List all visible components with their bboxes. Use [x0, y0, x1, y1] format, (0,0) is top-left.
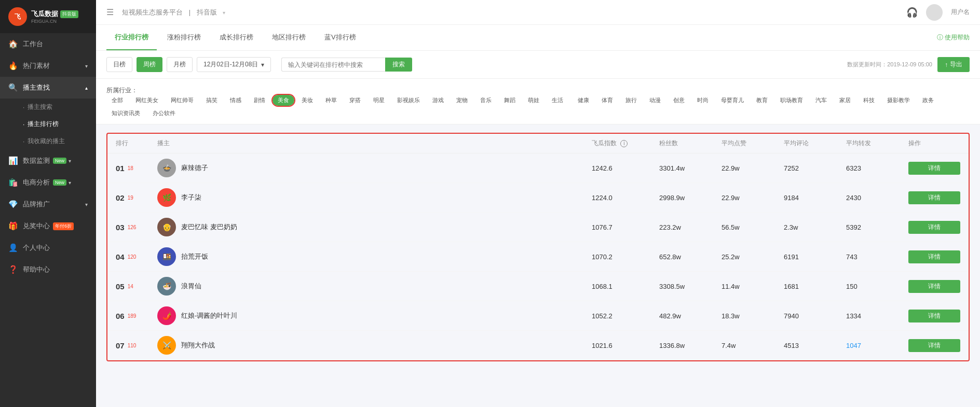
tag-jiankang[interactable]: 健康 — [573, 95, 594, 106]
sidebar-item-streamer-search[interactable]: 🔍 播主查找 ▴ — [0, 77, 96, 99]
tag-zhishizixun[interactable]: 知识资讯类 — [106, 108, 145, 119]
tag-qinggan[interactable]: 情感 — [225, 95, 247, 106]
detail-button[interactable]: 详情 — [908, 191, 960, 204]
tag-wudao[interactable]: 舞蹈 — [499, 95, 521, 106]
avatar: 🍜 — [157, 277, 176, 296]
tag-meizhuang[interactable]: 美妆 — [296, 95, 318, 106]
sidebar-item-data-monitor[interactable]: 📊 数据监测 New ▾ — [0, 150, 96, 172]
logo-sub: FEIGUA.CN — [31, 19, 78, 24]
headphone-icon[interactable]: 🎧 — [906, 7, 918, 18]
avg-likes: 56.5w — [722, 223, 784, 231]
detail-button[interactable]: 详情 — [908, 310, 960, 322]
sidebar-sub-streamer-rank[interactable]: 播主排行榜 — [0, 116, 96, 133]
tag-qiche[interactable]: 汽车 — [810, 95, 832, 106]
col-feigua: 飞瓜指数 i — [592, 139, 659, 148]
detail-button[interactable]: 详情 — [908, 250, 960, 263]
sidebar-sub-streamer-find[interactable]: 播主搜索 — [0, 99, 96, 116]
tab-region[interactable]: 地区排行榜 — [264, 25, 314, 50]
streamer-name[interactable]: 翔翔大作战 — [181, 341, 215, 350]
sidebar-item-workspace[interactable]: 🏠 工作台 — [0, 33, 96, 55]
streamer-name[interactable]: 麦巴忆味 麦巴奶奶 — [181, 222, 237, 232]
sidebar-item-ecom-analysis[interactable]: 🛍️ 电商分析 New ▾ — [0, 172, 96, 193]
detail-button[interactable]: 详情 — [908, 339, 960, 352]
streamer-name[interactable]: 李子柒 — [181, 193, 201, 202]
tag-mengwa[interactable]: 萌娃 — [523, 95, 545, 106]
tag-gaoixiao[interactable]: 搞笑 — [201, 95, 223, 106]
streamer-name[interactable]: 麻辣德子 — [181, 163, 208, 173]
sidebar-item-hot-materials[interactable]: 🔥 热门素材 ▾ — [0, 55, 96, 77]
tag-meishi[interactable]: 美食 — [273, 95, 294, 106]
tag-jiaoyu[interactable]: 教育 — [751, 95, 773, 106]
sidebar-sub-my-streamers[interactable]: 我收藏的播主 — [0, 133, 96, 150]
fans-count: 1336.8w — [659, 342, 722, 349]
avg-comments: 7252 — [784, 164, 846, 172]
detail-button[interactable]: 详情 — [908, 162, 960, 175]
tag-all[interactable]: 全部 — [106, 95, 128, 106]
detail-button[interactable]: 详情 — [908, 221, 960, 234]
tag-chuangyi[interactable]: 创意 — [668, 95, 690, 106]
chevron-down-icon: ▾ — [261, 61, 264, 68]
feigua-index: 1070.2 — [592, 253, 659, 261]
sidebar-item-awards[interactable]: 🎁 兑奖中心 年付6折 — [0, 215, 96, 237]
tag-zhongcao[interactable]: 种草 — [320, 95, 342, 106]
tag-yingshi[interactable]: 影视娱乐 — [392, 95, 425, 106]
tag-yinyue[interactable]: 音乐 — [475, 95, 497, 106]
weekly-btn[interactable]: 周榜 — [137, 57, 162, 72]
avg-comments: 4513 — [784, 342, 846, 349]
tag-chongwu[interactable]: 宠物 — [451, 95, 473, 106]
tag-chuanda[interactable]: 穿搭 — [344, 95, 366, 106]
chevron-down-icon: ▾ — [85, 63, 88, 69]
rank-number: 03 — [116, 223, 125, 232]
avg-comments: 9184 — [784, 194, 846, 202]
avg-likes: 22.9w — [722, 164, 784, 172]
sidebar-sub-label: 播主排行榜 — [28, 120, 59, 129]
chevron-down-icon: ▾ — [69, 158, 71, 164]
search-button[interactable]: 搜索 — [385, 58, 412, 72]
tag-tiyu[interactable]: 体育 — [596, 95, 618, 106]
monthly-btn[interactable]: 月榜 — [167, 57, 193, 72]
fans-count: 482.9w — [659, 312, 722, 320]
tag-juqing[interactable]: 剧情 — [249, 95, 270, 106]
tag-youxi[interactable]: 游戏 — [427, 95, 449, 106]
sidebar-item-brand-promo[interactable]: 💎 品牌推广 ▾ — [0, 193, 96, 215]
feigua-index: 1068.1 — [592, 283, 659, 290]
streamer-name[interactable]: 浪胃仙 — [181, 282, 201, 291]
export-button[interactable]: ↑ 导出 — [937, 57, 970, 72]
rank-cell: 05 14 — [116, 282, 157, 291]
avg-shares: 6323 — [846, 164, 908, 172]
daily-btn[interactable]: 日榜 — [106, 57, 132, 72]
sidebar-item-help[interactable]: ❓ 帮助中心 — [0, 259, 96, 280]
search-input[interactable] — [281, 58, 385, 72]
tag-jiaju[interactable]: 家居 — [834, 95, 856, 106]
date-range-selector[interactable]: 12月02日-12月08日 ▾ — [197, 57, 271, 72]
sidebar-item-personal[interactable]: 👤 个人中心 — [0, 237, 96, 259]
tag-shishang[interactable]: 时尚 — [692, 95, 714, 106]
help-link[interactable]: ⓘ 使用帮助 — [937, 33, 970, 42]
tag-zhichang[interactable]: 职场教育 — [775, 95, 808, 106]
streamer-name[interactable]: 抬荒开饭 — [181, 252, 208, 261]
tab-fans-growth[interactable]: 涨粉排行榜 — [159, 25, 209, 50]
detail-button[interactable]: 详情 — [908, 280, 960, 293]
logo-badge: 抖音版 — [60, 10, 78, 18]
col-likes: 平均点赞 — [722, 139, 784, 148]
streamer-name[interactable]: 红娘-调酱的叶叶川 — [181, 311, 237, 320]
tag-shenghuo[interactable]: 生活 — [547, 95, 568, 106]
hamburger-icon[interactable]: ☰ — [106, 7, 114, 17]
tag-bangongruanjian[interactable]: 办公软件 — [147, 108, 181, 119]
tag-sheying[interactable]: 摄影教学 — [882, 95, 915, 106]
tag-muyingyuer[interactable]: 母婴育儿 — [716, 95, 749, 106]
tab-bluev[interactable]: 蓝V排行榜 — [316, 25, 364, 50]
person-icon: 👤 — [8, 243, 18, 252]
tag-zhengwu[interactable]: 政务 — [917, 95, 939, 106]
tag-wanghong-shuaige[interactable]: 网红帅哥 — [166, 95, 199, 106]
tag-lvxing[interactable]: 旅行 — [620, 95, 642, 106]
tab-industry[interactable]: 行业排行榜 — [106, 25, 157, 50]
shop-icon: 🛍️ — [8, 178, 18, 187]
tag-mingxing[interactable]: 明星 — [368, 95, 390, 106]
tag-keji[interactable]: 科技 — [858, 95, 880, 106]
info-icon[interactable]: i — [620, 140, 628, 147]
tag-wanghong-meinv[interactable]: 网红美女 — [130, 95, 164, 106]
sidebar-sub-label: 播主搜索 — [28, 103, 52, 111]
tab-growth[interactable]: 成长排行榜 — [211, 25, 262, 50]
tag-dongman[interactable]: 动漫 — [644, 95, 666, 106]
